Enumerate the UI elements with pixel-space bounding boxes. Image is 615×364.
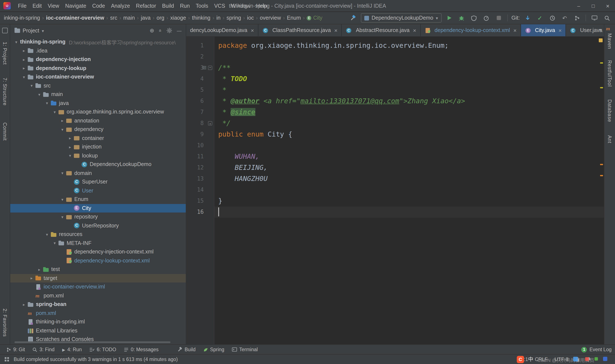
toolstrip-database[interactable]: Database [607,100,612,122]
toolwindow-switcher-icon[interactable] [4,357,9,362]
tree-item-repository[interactable]: repository [10,212,186,221]
warning-stripe-mark[interactable] [600,87,603,88]
breadcrumb-project[interactable]: inking-in-spring [3,15,40,21]
close-icon[interactable] [251,27,254,34]
branches-button[interactable] [572,13,582,23]
toolwindow-git[interactable]: 9: Git [2,345,29,354]
vcs-update-button[interactable] [523,13,532,23]
menu-tools[interactable]: Tools [193,3,211,9]
chevron-down-icon[interactable] [42,27,44,34]
horizontal-scrollbar[interactable] [14,341,170,343]
menu-view[interactable]: View [45,3,62,9]
breadcrumb-in[interactable]: in [216,15,221,21]
tree-item-package-overview[interactable]: org.xiaoge.thinking.in.spring.ioc.overvi… [10,107,186,116]
tree-item-spring-bean[interactable]: spring-bean [10,300,186,309]
tree-item-pom[interactable]: pom.xml [10,291,186,300]
event-log-button[interactable]: 1 Event Log [581,347,613,352]
toolwindow-spring[interactable]: Spring [200,345,228,354]
tree-item-external-libraries[interactable]: External Libraries [10,326,186,335]
menu-refactor[interactable]: Refactor [133,3,159,9]
toolstrip-structure[interactable]: 7: Structure [2,78,7,105]
build-hammer-icon[interactable] [348,13,358,23]
tree-item-dl-context-xml[interactable]: dependency-lookup-context.xml [10,256,186,265]
maximize-button[interactable] [586,0,601,12]
tab-dependency-lookup-context[interactable]: dependency-lookup-context.xml [420,24,521,36]
search-everywhere-button[interactable] [602,13,612,23]
tree-item-tis-iml[interactable]: thinking-in-spring.iml [10,317,186,326]
commit-button[interactable] [535,13,545,23]
toolwindow-messages[interactable]: 0: Messages [120,345,162,354]
toolstrip-commit[interactable]: Commit [2,122,7,141]
profiler-button[interactable] [481,13,491,23]
hide-panel-button[interactable] [177,27,182,34]
close-icon[interactable] [413,27,416,34]
tree-item-src[interactable]: src [10,81,186,90]
tree-item-dependency-injection[interactable]: dependency-injection [10,55,186,64]
code-editor[interactable]: 1 2 3 4 5 6 7 8 9 10 11 12 13 14 15 16 [186,37,604,344]
tree-item-idea[interactable]: .idea [10,46,186,55]
details-view-button[interactable] [590,13,599,23]
toolstrip-maven[interactable]: Maven [607,33,612,49]
breadcrumb-enum[interactable]: Enum [286,15,301,21]
maven-icon[interactable] [606,24,612,30]
tree-item-resources[interactable]: resources [10,230,186,239]
toolstrip-favorites[interactable]: 2: Favorites [2,309,7,337]
breadcrumb-xiaoge[interactable]: xiaoge [170,15,187,21]
run-button[interactable] [444,13,454,23]
toolwindow-run[interactable]: 4: Run [58,345,86,354]
tree-item-main[interactable]: main [10,90,186,99]
tree-item-city[interactable]: City [10,204,186,212]
tree-item-userrepository[interactable]: UserRepository [10,221,186,230]
menu-edit[interactable]: Edit [29,3,45,9]
tree-item-superuser[interactable]: SuperUser [10,178,186,186]
tree-item-lookup[interactable]: lookup [10,151,186,160]
close-icon[interactable] [558,27,562,34]
settings-button[interactable] [167,28,172,33]
warning-stripe-mark[interactable] [600,164,603,165]
tree-item-root[interactable]: thinking-in-springD:\workspace\极客学习\spri… [10,38,186,46]
hidden-tabs-chevron-icon[interactable] [599,27,601,33]
tree-item-ioc-container-overview[interactable]: ioc-container-overview [10,73,186,81]
tab-dependencylookupdemo[interactable]: dencyLookupDemo.java [186,24,258,36]
toolstrip-ant[interactable]: Ant [607,135,612,143]
code-area[interactable]: package org.xiaoge.thinking.in.spring.io… [214,37,604,344]
menu-run[interactable]: Run [177,3,193,9]
tab-classpathresource[interactable]: ClassPathResource.java [258,24,342,36]
tree-item-annotation[interactable]: annotation [10,116,186,125]
coverage-button[interactable] [469,13,479,23]
fold-end-icon[interactable] [208,121,212,125]
menu-code[interactable]: Code [89,3,108,9]
breadcrumb-spring[interactable]: spring [226,15,241,21]
fold-icon[interactable] [208,66,212,70]
minimize-button[interactable] [571,0,586,12]
tree-item-container[interactable]: container [10,134,186,143]
toolstrip-restfultool[interactable]: RestfulTool [607,60,612,87]
error-stripe[interactable] [599,37,604,344]
toolwindow-build[interactable]: Build [174,345,200,354]
stop-button[interactable] [494,13,503,23]
tree-item-ioc-iml[interactable]: ioc-container-overview.iml [10,283,186,291]
close-icon[interactable] [513,27,517,34]
tree-item-test[interactable]: test [10,265,186,274]
history-button[interactable] [548,13,557,23]
status-message[interactable]: Build completed successfully with 3 warn… [14,357,178,362]
inspections-indicator[interactable] [599,39,603,42]
toolstrip-project[interactable]: 1: Project [2,42,7,65]
breadcrumb-ioc[interactable]: ioc [247,15,254,21]
breadcrumb-module[interactable]: ioc-container-overview [46,15,105,21]
project-panel-title[interactable]: Project [23,27,39,34]
tree-item-di-context-xml[interactable]: dependency-injection-context.xml [10,247,186,256]
breadcrumb-overview[interactable]: overview [259,15,281,21]
tree-item-injection[interactable]: injection [10,143,186,151]
tree-item-dependency[interactable]: dependency [10,125,186,134]
tab-city[interactable]: City.java [521,24,566,36]
menu-vcs[interactable]: VCS [211,3,228,9]
toolwindow-todo[interactable]: 6: TODO [86,345,120,354]
breadcrumb-org[interactable]: org [156,15,165,21]
run-config-select[interactable]: DependencyLookupDemo [361,13,441,23]
locate-file-button[interactable] [150,27,154,34]
toolwindow-find[interactable]: 3: Find [29,345,58,354]
breadcrumb-thinking[interactable]: thinking [192,15,211,21]
tab-abstractresource[interactable]: AbstractResource.java [342,24,420,36]
tab-user[interactable]: User.java [566,24,604,36]
